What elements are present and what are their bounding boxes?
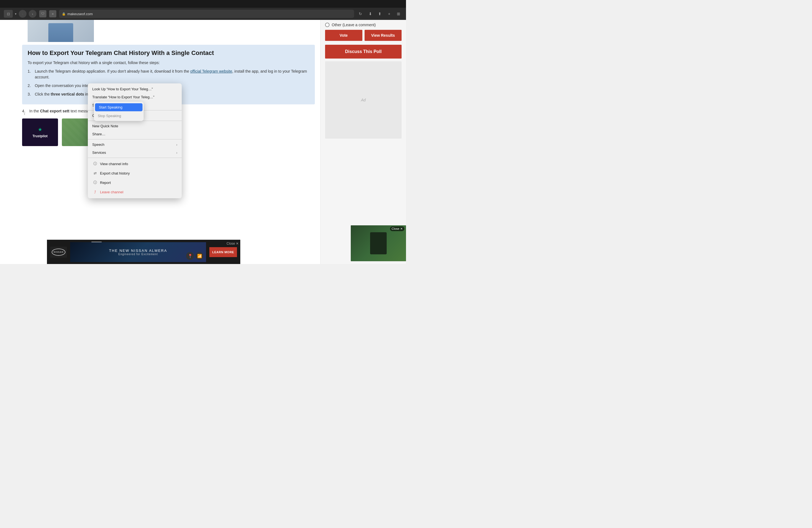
channel-info-icon: ⓘ [92, 161, 98, 166]
ctx-export-text: Export chat history [100, 171, 177, 175]
article-hero-image [28, 20, 94, 42]
leave-icon: ⤴ [92, 189, 98, 195]
video-close-button[interactable]: Close ✕ [390, 226, 404, 231]
ctx-export-chat-history[interactable]: ⇄ Export chat history [88, 168, 182, 178]
step-2-number: 2. [28, 83, 33, 89]
new-tab-button[interactable]: + [386, 10, 393, 17]
ctx-services[interactable]: Services › [88, 149, 182, 157]
back-button[interactable]: ‹ [19, 10, 27, 18]
speech-submenu-arrow: › [176, 143, 177, 146]
trustpilot-ad: ★ Trustpilot [22, 118, 58, 146]
reader-mode-button[interactable]: ≡ [49, 10, 56, 17]
poll-radio-other[interactable] [325, 23, 330, 27]
tabs-overview-button[interactable]: ⊞ [395, 10, 402, 17]
stop-speaking-item[interactable]: Stop Speaking [94, 112, 144, 120]
refresh-icon: ↻ [359, 12, 362, 16]
ad-cta-button[interactable]: LEARN MORE [209, 247, 237, 257]
ad-headline: THE NEW NISSAN ALMERA [109, 249, 167, 253]
speech-submenu: Start Speaking Stop Speaking [94, 102, 144, 121]
toolbar-left: ⊡ ▾ ‹ › [4, 10, 37, 18]
ad-icon-row: 📍 📶 [186, 252, 203, 260]
telegram-website-link[interactable]: official Telegram website [190, 69, 232, 73]
article-title: How to Export Your Telegram Chat History… [28, 49, 309, 57]
location-icon: 📍 [186, 252, 194, 260]
reader-icon: ≡ [52, 12, 54, 15]
share-button[interactable]: ⬆ [376, 10, 383, 17]
trustpilot-stars: ★ [38, 127, 42, 133]
step-1-text: Launch the Telegram desktop application.… [35, 69, 309, 80]
ad-banner-image: THE NEW NISSAN ALMERA Engineered for Exc… [70, 242, 206, 262]
context-menu: Look Up “How to Export Your Teleg…” Tran… [88, 84, 182, 198]
shield-button[interactable]: 🛡 [39, 10, 46, 17]
video-close-icon: ✕ [400, 227, 403, 230]
poll-option-other-label: Other (Leave a comment) [332, 23, 376, 27]
forward-icon: › [32, 12, 33, 16]
page-content: How to Export Your Telegram Chat History… [0, 20, 406, 264]
ctx-translate-text: Translate “How to Export Your Teleg…” [92, 95, 177, 99]
stop-speaking-label: Stop Speaking [98, 114, 121, 118]
view-results-button[interactable]: View Results [365, 30, 402, 41]
ctx-lookup-text: Look Up “How to Export Your Teleg…” [92, 87, 177, 91]
bold-dots: three vertical dots [51, 92, 84, 97]
nissan-logo: NISSAN [52, 249, 66, 256]
ctx-separator-3 [88, 139, 182, 140]
ctx-services-text: Services [92, 150, 174, 155]
start-speaking-label: Start Speaking [99, 105, 122, 109]
discuss-poll-button[interactable]: Discuss This Poll [325, 45, 402, 59]
browser-titlebar [0, 0, 406, 8]
ad-close-button[interactable]: Close ✕ [227, 241, 238, 246]
poll-actions: Vote View Results [325, 30, 402, 41]
poll-option-other: Other (Leave a comment) [325, 23, 402, 27]
ctx-translate[interactable]: Translate “How to Export Your Teleg…” [88, 93, 182, 101]
article-step-1: 1. Launch the Telegram desktop applicati… [28, 69, 309, 80]
sidebar-toggle-icon: ⊡ [7, 12, 10, 16]
shield-icon: 🛡 [41, 12, 44, 16]
ctx-separator-4 [88, 158, 182, 158]
sidebar-toggle-button[interactable]: ⊡ [4, 10, 13, 18]
bold-chat-export: Chat export sett [40, 109, 70, 113]
ctx-new-quick-note[interactable]: New Quick Note [88, 122, 182, 130]
ctx-new-quick-note-text: New Quick Note [92, 124, 177, 128]
url-text: makeuseof.com [68, 12, 93, 16]
ctx-leave-channel[interactable]: ⤴ Leave channel [88, 187, 182, 196]
ctx-report[interactable]: ⓘ Report [88, 178, 182, 187]
connect-icon: 📶 [195, 252, 203, 260]
nav-back-button[interactable]: ‹ [22, 111, 27, 117]
article-intro: To export your Telegram chat history wit… [28, 60, 309, 66]
ad-close-label: Close [227, 241, 235, 246]
ctx-share[interactable]: Share… [88, 130, 182, 138]
toolbar-right: ⬇ ⬆ + ⊞ [367, 10, 402, 17]
bottom-ad-banner: ⓘ ✕ ⊟ NISSAN THE NEW NISSAN ALMERA Engin… [47, 240, 240, 264]
ctx-leave-text: Leave channel [100, 190, 177, 194]
ad-subheadline: Engineered for Excitement [118, 253, 158, 256]
ctx-view-channel-info[interactable]: ⓘ View channel info [88, 159, 182, 168]
main-content: How to Export Your Telegram Chat History… [0, 20, 320, 264]
video-popup: Close ✕ AD [351, 225, 406, 261]
back-icon: ‹ [22, 12, 23, 16]
step-1-number: 1. [28, 69, 33, 80]
forward-button[interactable]: › [29, 10, 37, 18]
download-button[interactable]: ⬇ [367, 10, 374, 17]
ctx-share-text: Share… [92, 132, 177, 136]
chevron-down-icon[interactable]: ▾ [15, 12, 17, 16]
trustpilot-name: Trustpilot [33, 134, 48, 138]
trustpilot-star-icon: ★ [38, 127, 42, 133]
ad-banner-logo: NISSAN [50, 247, 67, 258]
nissan-logo-text: NISSAN [54, 251, 63, 253]
vote-button[interactable]: Vote [325, 30, 362, 41]
ad-text-block: THE NEW NISSAN ALMERA Engineered for Exc… [109, 249, 167, 256]
person-figure [48, 23, 73, 42]
ad-label: Ad [361, 98, 366, 102]
ctx-lookup[interactable]: Look Up “How to Export Your Teleg…” [88, 85, 182, 93]
ctx-report-text: Report [100, 180, 177, 185]
start-speaking-item[interactable]: Start Speaking [95, 103, 143, 111]
video-close-label: Close [392, 227, 400, 230]
step-3-number: 3. [28, 91, 33, 97]
services-submenu-arrow: › [176, 151, 177, 155]
refresh-button[interactable]: ↻ [357, 10, 364, 17]
export-icon: ⇄ [92, 171, 98, 176]
browser-toolbar: ⊡ ▾ ‹ › 🛡 ≡ 🔒 makeuseof.com ↻ ⬇ ⬆ + ⊞ [0, 8, 406, 20]
ctx-speech[interactable]: Speech › [88, 141, 182, 149]
ad-close-icon: ✕ [236, 241, 238, 246]
url-bar[interactable]: 🔒 makeuseof.com [59, 10, 354, 18]
